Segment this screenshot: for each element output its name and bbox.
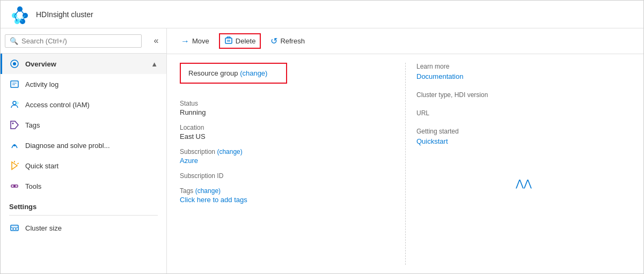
search-input[interactable] <box>21 37 137 45</box>
getting-started-label: Getting started <box>416 128 631 135</box>
move-button[interactable]: → Move <box>175 34 215 49</box>
sidebar-item-quickstart[interactable]: Quick start <box>1 155 166 176</box>
refresh-icon: ↺ <box>270 36 277 46</box>
cluster-size-label: Cluster size <box>25 224 62 232</box>
activity-icon <box>9 79 20 90</box>
collapse-button[interactable]: « <box>148 33 164 49</box>
search-row: 🔍 « <box>1 28 166 54</box>
refresh-label: Refresh <box>280 37 305 45</box>
svg-point-20 <box>13 144 16 146</box>
diagnose-label: Diagnose and solve probl... <box>25 142 110 150</box>
subscription-label: Subscription (change) <box>180 148 384 155</box>
quickstart-label: Quick start <box>25 162 58 170</box>
move-label: Move <box>192 37 209 45</box>
top-header: HDInsight cluster <box>1 1 643 28</box>
activity-log-label: Activity log <box>25 80 58 88</box>
content-body: Resource group (change) Status Running L… <box>167 54 643 273</box>
svg-rect-26 <box>11 225 18 231</box>
location-value: East US <box>180 132 384 140</box>
learn-more-section: Learn more Documentation <box>416 63 631 80</box>
overview-label: Overview <box>25 60 56 68</box>
tools-label: Tools <box>25 182 41 190</box>
resource-group-change-link[interactable]: (change) <box>240 69 267 77</box>
move-icon: → <box>181 36 189 46</box>
svg-point-19 <box>12 123 14 124</box>
scroll-up-button[interactable]: ⋀⋀ <box>516 177 532 189</box>
subscription-azure-link[interactable]: Azure <box>180 157 198 165</box>
cluster-type-section: Cluster type, HDI version <box>416 91 631 99</box>
active-bar <box>1 54 2 74</box>
overview-icon <box>9 58 20 69</box>
sidebar-item-cluster-size[interactable]: Cluster size <box>1 218 166 238</box>
status-label: Status <box>180 100 384 107</box>
settings-section-title: Settings <box>1 196 166 213</box>
status-value: Running <box>180 108 384 116</box>
quickstart-icon <box>9 160 20 171</box>
svg-rect-29 <box>15 228 17 229</box>
search-icon: 🔍 <box>10 37 18 45</box>
search-box[interactable]: 🔍 <box>5 34 142 48</box>
delete-label: Delete <box>236 37 256 45</box>
svg-point-12 <box>13 62 16 65</box>
search-wrapper: 🔍 <box>1 30 146 52</box>
sidebar-item-access-control[interactable]: Access control (IAM) <box>1 94 166 115</box>
content-area: → Move Delete ↺ <box>167 28 643 273</box>
sidebar-item-overview[interactable]: Overview ▲ <box>1 54 166 74</box>
add-tags-link[interactable]: Click here to add tags <box>180 196 247 204</box>
toolbar: → Move Delete ↺ <box>167 28 643 54</box>
subscription-change-link[interactable]: (change) <box>217 148 242 155</box>
sidebar-item-activity-log[interactable]: Activity log <box>1 74 166 94</box>
resource-group-label: Resource group <box>188 69 238 77</box>
svg-line-6 <box>20 9 25 16</box>
subscription-id-label: Subscription ID <box>180 172 384 180</box>
main-layout: 🔍 « Overview ▲ <box>1 28 643 273</box>
url-label: URL <box>416 109 631 117</box>
tools-icon <box>9 181 20 191</box>
app-title: HDInsight cluster <box>36 10 93 19</box>
sidebar-nav: Overview ▲ Activity log <box>1 54 166 273</box>
tags-label-text: Tags <box>180 187 193 195</box>
cluster-type-label: Cluster type, HDI version <box>416 91 631 99</box>
getting-started-section: Getting started Quickstart <box>416 128 631 145</box>
svg-marker-21 <box>12 162 17 169</box>
svg-point-16 <box>13 101 16 105</box>
expand-arrow: ▲ <box>151 60 158 68</box>
info-section: Resource group (change) Status Running L… <box>180 63 405 265</box>
url-section: URL <box>416 109 631 117</box>
tags-field-label: Tags (change) <box>180 187 384 195</box>
resource-group-box: Resource group (change) <box>180 63 287 84</box>
sidebar-item-diagnose[interactable]: Diagnose and solve probl... <box>1 135 166 155</box>
quickstart-link[interactable]: Quickstart <box>416 137 448 145</box>
tags-icon <box>9 120 20 130</box>
delete-button[interactable]: Delete <box>219 33 261 49</box>
refresh-button[interactable]: ↺ Refresh <box>265 33 310 49</box>
svg-line-23 <box>17 163 19 164</box>
tags-label: Tags <box>25 121 40 129</box>
access-control-label: Access control (IAM) <box>25 101 90 109</box>
tags-section: Tags (change) Click here to add tags <box>180 187 384 204</box>
svg-marker-18 <box>11 121 18 129</box>
subscription-link-wrapper: Azure <box>180 157 384 165</box>
svg-line-5 <box>14 9 20 16</box>
svg-rect-13 <box>11 81 18 87</box>
tags-change-link[interactable]: (change) <box>195 187 221 195</box>
svg-point-25 <box>13 185 16 187</box>
cluster-size-icon <box>9 223 20 233</box>
subscription-label-text: Subscription <box>180 148 215 155</box>
iam-icon <box>9 99 20 110</box>
location-label: Location <box>180 124 384 131</box>
delete-icon <box>224 36 233 46</box>
svg-rect-28 <box>12 228 14 229</box>
settings-divider <box>9 215 158 216</box>
documentation-link[interactable]: Documentation <box>416 72 463 80</box>
right-section: Learn more Documentation Cluster type, H… <box>405 63 631 265</box>
diagnose-icon <box>9 140 20 151</box>
hdinsight-logo <box>9 4 31 25</box>
sidebar-item-tags[interactable]: Tags <box>1 115 166 135</box>
sidebar-item-tools[interactable]: Tools <box>1 176 166 196</box>
sidebar: 🔍 « Overview ▲ <box>1 28 167 273</box>
learn-more-label: Learn more <box>416 63 631 70</box>
